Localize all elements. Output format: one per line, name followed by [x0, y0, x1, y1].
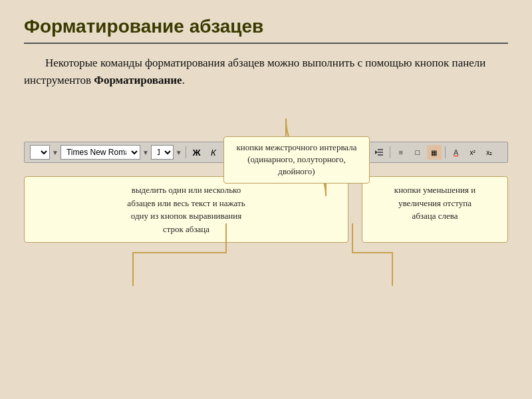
separator-5 [390, 146, 390, 158]
increase-indent-icon [374, 148, 384, 157]
style-arrow: ▼ [52, 149, 59, 156]
svg-marker-32 [375, 150, 378, 154]
title-divider [24, 43, 508, 44]
shading-button[interactable]: ▦ [427, 145, 442, 160]
callout-bottom-left-text: выделить один или несколькоабзацев или в… [127, 185, 245, 234]
callout-top: кнопки межстрочного интервала(одинарного… [223, 136, 370, 184]
callout-bottom-right: кнопки уменьшения иувеличения отступаабз… [362, 176, 508, 243]
bottom-callouts: выделить один или несколькоабзацев или в… [24, 176, 508, 243]
callout-top-text: кнопки межстрочного интервала(одинарного… [237, 142, 357, 176]
body-text-bold: Форматирование [94, 74, 182, 86]
page-title: Форматирование абзацев [24, 16, 508, 37]
size-arrow: ▼ [176, 149, 182, 156]
callout-bottom-left: выделить один или несколькоабзацев или в… [24, 176, 348, 243]
body-paragraph: Некоторые команды форматирования абзацев… [24, 55, 508, 88]
subscript-button[interactable]: x₂ [482, 145, 497, 160]
separator-1 [186, 146, 186, 158]
separator-6 [445, 146, 446, 158]
font-arrow: ▼ [142, 149, 149, 156]
toolbar-container: кнопки межстрочного интервала(одинарного… [24, 142, 508, 163]
style-select[interactable]: Обычный [30, 145, 50, 160]
body-text-end: . [182, 74, 185, 86]
size-select[interactable]: 14 [151, 145, 174, 160]
line-spacing-button[interactable]: ≡ [394, 145, 408, 160]
superscript-button[interactable]: x² [466, 145, 480, 160]
callout-bottom-right-text: кнопки уменьшения иувеличения отступаабз… [394, 185, 475, 221]
font-select[interactable]: Times New Roman [61, 145, 140, 160]
font-color-button[interactable]: A [449, 145, 464, 160]
bold-button[interactable]: Ж [190, 145, 204, 160]
border-button[interactable]: □ [410, 145, 425, 160]
italic-button[interactable]: К [206, 145, 221, 160]
slide: Форматирование абзацев Некоторые команды… [0, 0, 532, 399]
increase-indent-button[interactable] [372, 145, 386, 160]
